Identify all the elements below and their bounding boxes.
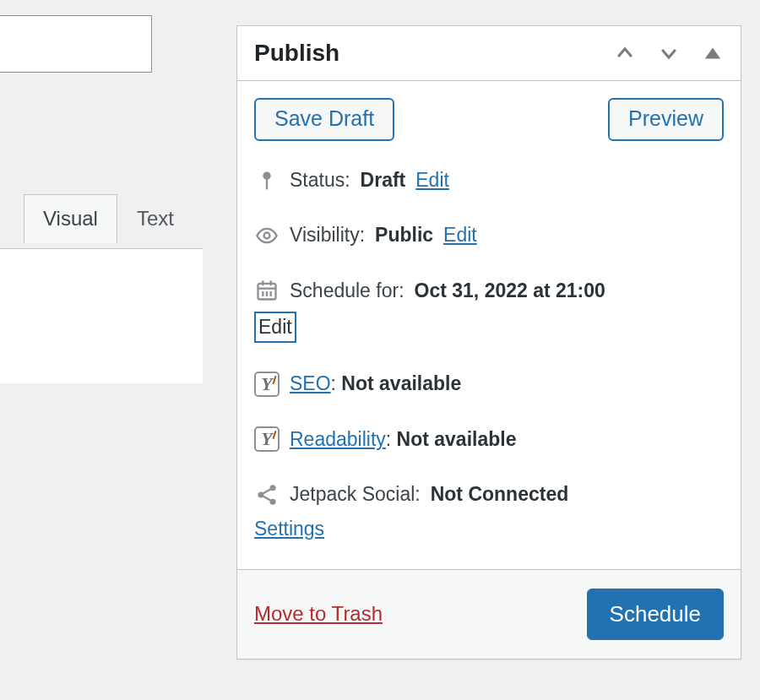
schedule-value: Oct 31, 2022 at 21:00 bbox=[415, 277, 605, 305]
save-draft-button[interactable]: Save Draft bbox=[254, 98, 394, 141]
editor-body[interactable] bbox=[0, 248, 203, 383]
visibility-edit-link[interactable]: Edit bbox=[443, 221, 477, 249]
social-row: Jetpack Social: Not Connected Settings bbox=[254, 467, 724, 557]
svg-point-13 bbox=[270, 498, 276, 504]
svg-rect-2 bbox=[266, 178, 268, 189]
schedule-row: Schedule for: Oct 31, 2022 at 21:00 Edit bbox=[254, 263, 724, 357]
move-to-trash-link[interactable]: Move to Trash bbox=[254, 602, 383, 626]
post-title-input[interactable] bbox=[0, 15, 152, 73]
svg-point-3 bbox=[264, 233, 270, 239]
svg-rect-6 bbox=[262, 281, 263, 286]
schedule-label: Schedule for: bbox=[290, 277, 404, 305]
social-label: Jetpack Social: bbox=[290, 480, 421, 508]
publish-panel-title: Publish bbox=[254, 40, 339, 67]
svg-marker-0 bbox=[705, 48, 720, 59]
tab-text[interactable]: Text bbox=[117, 194, 193, 243]
panel-toggle-icon[interactable] bbox=[702, 42, 724, 64]
svg-line-14 bbox=[263, 489, 270, 493]
publish-panel-footer: Move to Trash Schedule bbox=[237, 569, 741, 659]
svg-point-12 bbox=[270, 485, 276, 491]
editor-tabs: Visual Text bbox=[24, 194, 193, 243]
panel-move-up-icon[interactable] bbox=[614, 42, 636, 64]
readability-sep: : bbox=[386, 428, 397, 450]
eye-icon bbox=[254, 223, 280, 248]
visibility-value: Public bbox=[375, 221, 433, 249]
seo-link[interactable]: SEO bbox=[290, 372, 331, 394]
status-value: Draft bbox=[361, 166, 406, 194]
schedule-edit-link[interactable]: Edit bbox=[254, 312, 296, 343]
social-value: Not Connected bbox=[431, 480, 569, 508]
seo-row: Y SEO: Not available bbox=[254, 356, 724, 411]
publish-panel-header: Publish bbox=[237, 26, 741, 81]
readability-row: Y Readability: Not available bbox=[254, 412, 724, 467]
social-settings-link[interactable]: Settings bbox=[254, 515, 324, 543]
panel-move-down-icon[interactable] bbox=[658, 42, 680, 64]
yoast-icon: Y bbox=[254, 426, 280, 452]
status-edit-link[interactable]: Edit bbox=[415, 166, 449, 194]
svg-rect-8 bbox=[262, 292, 263, 297]
calendar-icon bbox=[254, 278, 280, 303]
svg-rect-9 bbox=[266, 292, 268, 297]
seo-value: Not available bbox=[341, 372, 461, 394]
yoast-icon: Y bbox=[254, 372, 280, 397]
readability-link[interactable]: Readability bbox=[290, 428, 386, 450]
svg-rect-10 bbox=[270, 292, 272, 297]
svg-point-11 bbox=[258, 491, 264, 497]
schedule-button[interactable]: Schedule bbox=[587, 589, 724, 640]
svg-rect-7 bbox=[270, 281, 272, 286]
status-row: Status: Draft Edit bbox=[254, 153, 724, 208]
svg-point-1 bbox=[263, 171, 270, 179]
visibility-row: Visibility: Public Edit bbox=[254, 208, 724, 263]
readability-value: Not available bbox=[397, 428, 517, 450]
pin-icon bbox=[254, 168, 280, 193]
seo-sep: : bbox=[331, 372, 342, 394]
share-icon bbox=[254, 482, 280, 507]
visibility-label: Visibility: bbox=[290, 221, 365, 249]
svg-line-15 bbox=[263, 496, 270, 500]
tab-visual[interactable]: Visual bbox=[24, 194, 117, 243]
status-label: Status: bbox=[290, 166, 350, 194]
preview-button[interactable]: Preview bbox=[608, 98, 724, 141]
publish-panel: Publish Save Draft Preview Status: Draft… bbox=[236, 25, 741, 659]
